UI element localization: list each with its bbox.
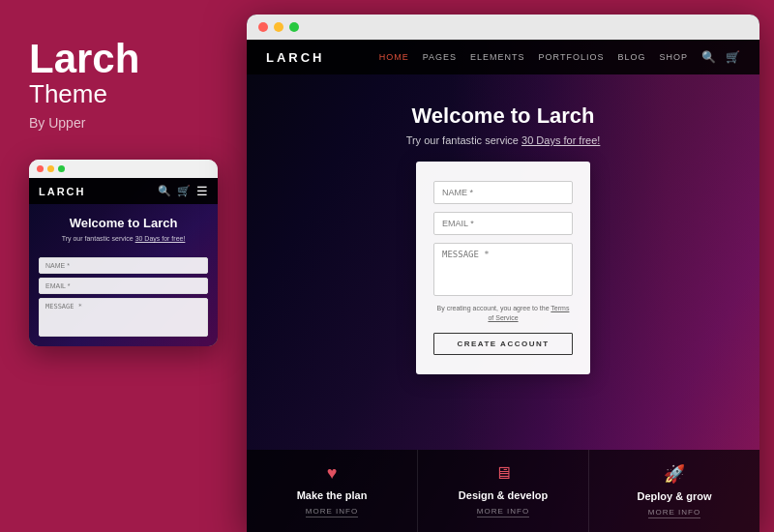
mobile-menu-icon: ☰ [196, 184, 208, 198]
feature-deploy-grow: 🚀 Deploy & grow MORE INFO [589, 450, 759, 532]
mobile-dot-green [58, 165, 65, 172]
mobile-hero-link[interactable]: 30 Days for free! [135, 235, 186, 242]
mobile-dot-red [37, 165, 44, 172]
desktop-message-input[interactable] [433, 243, 573, 296]
desktop-hero-text: Welcome to Larch Try our fantastic servi… [406, 103, 601, 146]
desktop-logo: LARCH [266, 50, 325, 65]
desktop-cart-icon[interactable]: 🛒 [726, 50, 740, 64]
desktop-dot-green [289, 22, 299, 32]
feature-title-design-develop: Design & develop [459, 489, 548, 501]
brand-subtitle: Theme [29, 79, 139, 109]
left-panel: Larch Theme By Upper LARCH 🔍 🛒 ☰ Welcome… [0, 0, 237, 532]
desktop-main: Welcome to Larch Try our fantastic servi… [247, 74, 759, 374]
nav-shop[interactable]: SHOP [659, 52, 688, 62]
mobile-icons: 🔍 🛒 ☰ [158, 184, 208, 198]
desktop-content: LARCH HOME PAGES ELEMENTS PORTFOLIOS BLO… [247, 40, 759, 532]
desktop-dot-yellow [274, 22, 283, 32]
desktop-nav: LARCH HOME PAGES ELEMENTS PORTFOLIOS BLO… [247, 40, 759, 74]
heart-icon: ♥ [327, 463, 338, 484]
create-account-button[interactable]: CREATE ACCOUNT [433, 333, 573, 355]
form-tos-text: By creating account, you agree to the Te… [433, 304, 573, 323]
mobile-content: LARCH 🔍 🛒 ☰ Welcome to Larch Try our fan… [29, 178, 218, 346]
feature-title-make-plan: Make the plan [297, 489, 368, 501]
mobile-dot-yellow [47, 165, 54, 172]
mobile-browser-bar [29, 160, 218, 178]
mobile-message-input[interactable] [39, 298, 208, 337]
nav-elements[interactable]: ELEMENTS [470, 52, 525, 62]
nav-pages[interactable]: PAGES [423, 52, 457, 62]
desktop-features: ♥ Make the plan MORE INFO 🖥 Design & dev… [247, 450, 759, 532]
brand-block: Larch Theme By Upper [29, 39, 139, 160]
desktop-nav-icons: 🔍 🛒 [701, 50, 740, 64]
nav-portfolios[interactable]: PORTFOLIOS [539, 52, 605, 62]
desktop-form-card: By creating account, you agree to the Te… [416, 162, 590, 374]
right-panel: LARCH HOME PAGES ELEMENTS PORTFOLIOS BLO… [247, 15, 759, 532]
mobile-nav: LARCH 🔍 🛒 ☰ [29, 178, 218, 204]
desktop-name-input[interactable] [433, 181, 573, 204]
desktop-nav-links: HOME PAGES ELEMENTS PORTFOLIOS BLOG SHOP [379, 52, 688, 62]
mobile-cart-icon: 🛒 [177, 185, 191, 197]
nav-home[interactable]: HOME [379, 52, 409, 62]
feature-design-develop: 🖥 Design & develop MORE INFO [418, 450, 589, 532]
desktop-hero-subtext: Try our fantastic service 30 Days for fr… [406, 134, 601, 146]
mobile-hero-text: Try our fantastic service 30 Days for fr… [39, 234, 208, 244]
mobile-name-input[interactable] [39, 257, 208, 274]
rocket-icon: 🚀 [664, 463, 685, 485]
mobile-hero: Welcome to Larch Try our fantastic servi… [29, 204, 218, 251]
desktop-search-icon[interactable]: 🔍 [701, 50, 716, 64]
brand-by: By Upper [29, 115, 139, 131]
mobile-hero-heading: Welcome to Larch [39, 216, 208, 230]
feature-more-design-develop[interactable]: MORE INFO [477, 507, 529, 517]
desktop-email-input[interactable] [433, 212, 573, 235]
monitor-icon: 🖥 [494, 463, 512, 484]
mobile-email-input[interactable] [39, 278, 208, 294]
feature-more-make-plan[interactable]: MORE INFO [306, 507, 358, 517]
desktop-browser-bar [247, 15, 759, 40]
feature-make-plan: ♥ Make the plan MORE INFO [247, 450, 418, 532]
mobile-form [29, 251, 218, 346]
feature-more-deploy-grow[interactable]: MORE INFO [648, 508, 700, 518]
feature-title-deploy-grow: Deploy & grow [637, 490, 711, 502]
nav-blog[interactable]: BLOG [617, 52, 645, 62]
mobile-logo: LARCH [39, 186, 86, 197]
desktop-hero-link[interactable]: 30 Days for free! [521, 134, 600, 146]
desktop-hero-heading: Welcome to Larch [406, 103, 601, 129]
desktop-dot-red [258, 22, 268, 32]
mobile-search-icon: 🔍 [158, 185, 171, 197]
mobile-mockup: LARCH 🔍 🛒 ☰ Welcome to Larch Try our fan… [29, 160, 218, 346]
brand-title: Larch [29, 39, 139, 79]
